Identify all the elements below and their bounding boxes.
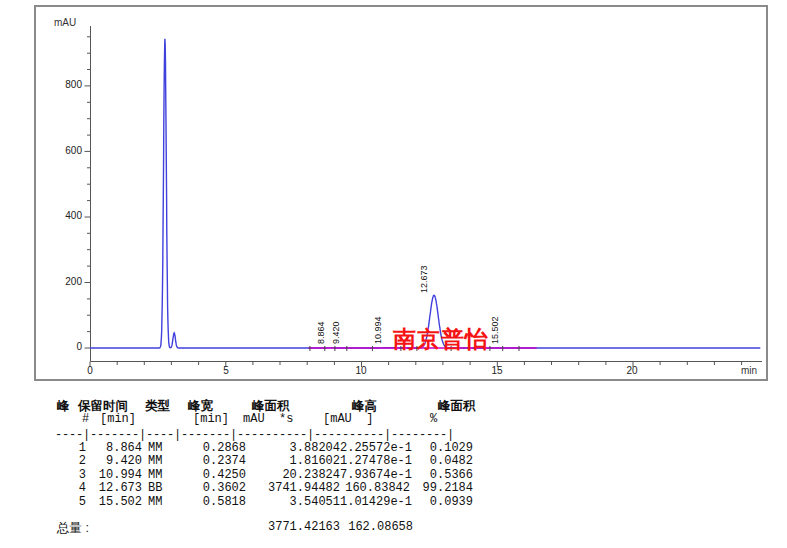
table-body: 1 8.864 MM 0.2868 3.88204 2.25572e-1 0.1… [0,442,787,509]
totals-label: 总量 : [57,520,89,537]
peak-rt-label: 8.864 [316,321,326,344]
signal-trace [90,39,760,348]
table-row: 1 8.864 MM 0.2868 3.88204 2.25572e-1 0.1… [30,442,787,455]
y-tick-label-0: 0 [50,341,82,353]
cell-peak-number: 2 [30,455,86,468]
cell-peak-number: 5 [30,496,86,509]
cell-area-pct: 0.5366 [410,469,473,482]
x-tick-label-0: 0 [75,365,105,377]
cell-area: 20.23824 [246,469,340,482]
cell-type: BB [142,482,176,495]
cell-area-pct: 99.2184 [410,482,473,495]
x-tick-label-20: 20 [617,365,647,377]
cell-height: 1.27478e-1 [340,455,410,468]
y-axis-unit-label: mAU [54,17,76,28]
cell-peak-number: 1 [30,442,86,455]
unit-peak-number: # [82,412,89,426]
cell-type: MM [142,469,176,482]
cell-rt: 15.502 [86,496,142,509]
table-row: 5 15.502 MM 0.5818 3.54051 1.01429e-1 0.… [30,496,787,509]
cell-area: 3.88204 [246,442,340,455]
cell-height: 7.93674e-1 [340,469,410,482]
cell-rt: 9.420 [86,455,142,468]
cell-height: 160.83842 [340,482,410,495]
cell-width: 0.3602 [176,482,246,495]
y-tick-label-400: 400 [50,210,82,222]
cell-height: 1.01429e-1 [340,496,410,509]
cell-area: 1.81602 [246,455,340,468]
col-header-area-pct: 峰面积 [438,398,476,415]
cell-height: 2.25572e-1 [340,442,410,455]
total-height-value: 162.08658 [333,520,413,534]
cell-rt: 8.864 [86,442,142,455]
y-tick-label-200: 200 [50,276,82,288]
peak-rt-label: 12.673 [419,265,429,293]
cell-type: MM [142,455,176,468]
col-header-type: 类型 [145,398,170,415]
col-header-peak: 峰 [57,398,70,415]
unit-rt-min: [min] [100,412,136,426]
cell-peak-number: 4 [30,482,86,495]
total-area-value: 3771.42163 [240,520,340,534]
peak-rt-label: 9.420 [331,321,341,344]
cell-width: 0.5818 [176,496,246,509]
axes-lines [91,26,763,362]
x-tick-label-15: 15 [482,365,512,377]
cell-area: 3.54051 [246,496,340,509]
cell-area-pct: 0.1029 [410,442,473,455]
watermark-text: 南京普怡 [393,324,489,355]
cell-area-pct: 0.0939 [410,496,473,509]
unit-area-mau-s: mAU *s [243,412,293,426]
cell-rt: 10.994 [86,469,142,482]
peak-rt-label: 10.994 [373,316,383,344]
x-tick-label-5: 5 [211,365,241,377]
x-axis-unit-label: min [741,365,757,376]
unit-area-pct: % [430,412,437,426]
totals-row: 总量 : 3771.42163 162.08658 [0,520,787,536]
cell-width: 0.4250 [176,469,246,482]
unit-height-mau: [mAU ] [323,412,373,426]
cell-width: 0.2868 [176,442,246,455]
peak-rt-label: 15.502 [490,316,500,344]
cell-type: MM [142,496,176,509]
cell-area: 3741.94482 [246,482,340,495]
table-row: 4 12.673 BB 0.3602 3741.94482 160.83842 … [30,482,787,495]
cell-peak-number: 3 [30,469,86,482]
y-tick-label-600: 600 [50,145,82,157]
unit-width-min: [min] [193,412,229,426]
table-separator: ----|-------|----|-------|----------|---… [55,428,454,442]
table-row: 3 10.994 MM 0.4250 20.23824 7.93674e-1 0… [30,469,787,482]
cell-rt: 12.673 [86,482,142,495]
table-row: 2 9.420 MM 0.2374 1.81602 1.27478e-1 0.0… [30,455,787,468]
cell-width: 0.2374 [176,455,246,468]
cell-type: MM [142,442,176,455]
x-tick-label-10: 10 [346,365,376,377]
y-tick-label-800: 800 [50,79,82,91]
cell-area-pct: 0.0482 [410,455,473,468]
